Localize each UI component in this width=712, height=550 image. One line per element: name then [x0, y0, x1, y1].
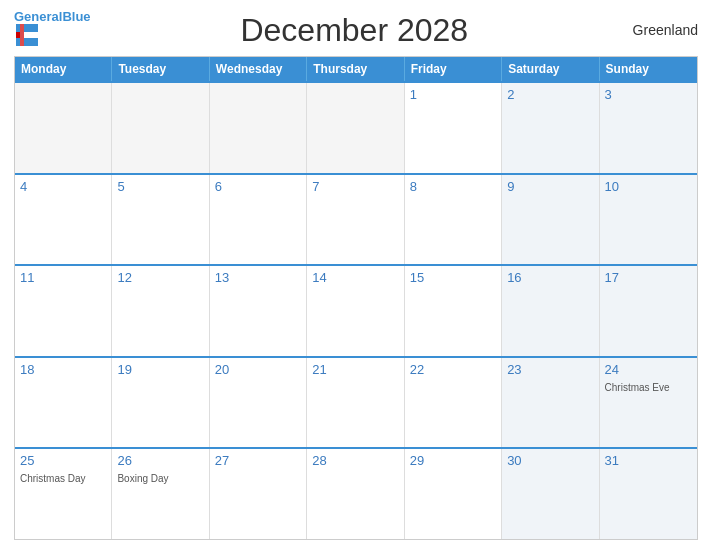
table-row: 14 [307, 266, 404, 356]
table-row [112, 83, 209, 173]
logo-flag-icon [16, 24, 38, 46]
logo-general: General [14, 9, 62, 24]
table-row: 13 [210, 266, 307, 356]
table-row [210, 83, 307, 173]
table-row: 24 Christmas Eve [600, 358, 697, 448]
table-row: 18 [15, 358, 112, 448]
svg-rect-4 [20, 24, 24, 46]
table-row: 6 [210, 175, 307, 265]
table-row: 23 [502, 358, 599, 448]
table-row: 7 [307, 175, 404, 265]
header: GeneralBlue December 2028 Greenland [14, 10, 698, 50]
table-row: 1 [405, 83, 502, 173]
table-row: 16 [502, 266, 599, 356]
header-wednesday: Wednesday [210, 57, 307, 81]
table-row: 2 [502, 83, 599, 173]
calendar: Monday Tuesday Wednesday Thursday Friday… [14, 56, 698, 540]
header-sunday: Sunday [600, 57, 697, 81]
table-row: 5 [112, 175, 209, 265]
table-row: 29 [405, 449, 502, 539]
table-row: 4 [15, 175, 112, 265]
table-row: 22 [405, 358, 502, 448]
header-saturday: Saturday [502, 57, 599, 81]
header-tuesday: Tuesday [112, 57, 209, 81]
table-row: 27 [210, 449, 307, 539]
table-row: 19 [112, 358, 209, 448]
header-friday: Friday [405, 57, 502, 81]
region-label: Greenland [618, 22, 698, 38]
table-row: 21 [307, 358, 404, 448]
calendar-body: 1 2 3 4 5 6 [15, 81, 697, 539]
logo-text: GeneralBlue [14, 10, 91, 24]
table-row: 28 [307, 449, 404, 539]
table-row: 8 [405, 175, 502, 265]
week-3: 11 12 13 14 15 16 17 [15, 264, 697, 356]
calendar-header: Monday Tuesday Wednesday Thursday Friday… [15, 57, 697, 81]
week-4: 18 19 20 21 22 23 24 C [15, 356, 697, 448]
logo: GeneralBlue [14, 10, 91, 50]
table-row: 20 [210, 358, 307, 448]
table-row: 17 [600, 266, 697, 356]
table-row: 30 [502, 449, 599, 539]
week-2: 4 5 6 7 8 9 10 [15, 173, 697, 265]
calendar-page: GeneralBlue December 2028 Greenland Mond… [0, 0, 712, 550]
table-row: 26 Boxing Day [112, 449, 209, 539]
week-1: 1 2 3 [15, 81, 697, 173]
table-row: 25 Christmas Day [15, 449, 112, 539]
logo-blue: Blue [62, 9, 90, 24]
table-row: 12 [112, 266, 209, 356]
table-row: 9 [502, 175, 599, 265]
table-row [15, 83, 112, 173]
table-row: 10 [600, 175, 697, 265]
table-row: 15 [405, 266, 502, 356]
header-thursday: Thursday [307, 57, 404, 81]
table-row: 31 [600, 449, 697, 539]
header-monday: Monday [15, 57, 112, 81]
table-row [307, 83, 404, 173]
month-title: December 2028 [91, 12, 618, 49]
table-row: 11 [15, 266, 112, 356]
week-5: 25 Christmas Day 26 Boxing Day 27 28 29 [15, 447, 697, 539]
table-row: 3 [600, 83, 697, 173]
